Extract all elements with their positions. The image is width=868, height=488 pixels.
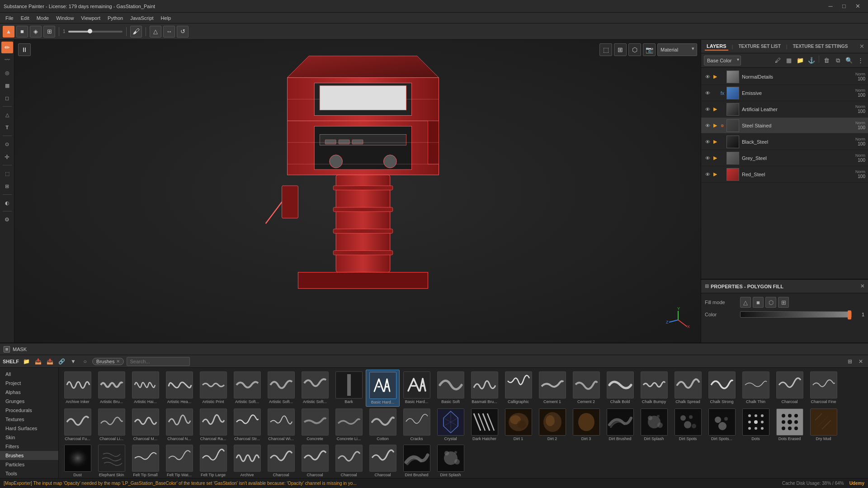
viewport-shading-btn[interactable]: ⬡	[628, 43, 641, 56]
layer-vis-red-steel[interactable]: 👁	[704, 171, 711, 178]
shelf-link-btn[interactable]: 🔗	[57, 357, 66, 366]
add-folder-btn[interactable]: 📁	[795, 56, 805, 66]
shelf-cat-grunges[interactable]: Grunges	[0, 397, 58, 406]
shelf-item-artistic-soft3[interactable]: Artistic Soft...	[298, 370, 332, 407]
shelf-popout-btn[interactable]: ⊞	[845, 357, 854, 366]
shelf-item-cracks[interactable]: Cracks	[400, 407, 434, 443]
search-layer-btn[interactable]: 🔍	[844, 56, 854, 66]
shelf-clear-btn[interactable]: ○	[80, 357, 90, 366]
menu-python[interactable]: Python	[104, 14, 127, 22]
shelf-item-elephant-skin[interactable]: Elephant Skin	[94, 443, 128, 478]
shelf-item-dirt-spots[interactable]: Dirt Spots	[671, 407, 705, 443]
shelf-item-chalk-strong[interactable]: Chalk Strong	[705, 370, 739, 407]
shelf-cat-procedurals[interactable]: Procedurals	[0, 406, 58, 415]
layer-vis-emissive[interactable]: 👁	[704, 89, 711, 97]
viewport-grid-btn[interactable]: ⊞	[614, 43, 627, 56]
shelf-item-dirt1[interactable]: Dirt 1	[501, 407, 535, 443]
layer-vis-black-steel[interactable]: 👁	[704, 138, 711, 145]
more-layer-btn[interactable]: ⋮	[855, 56, 865, 66]
menu-edit[interactable]: Edit	[17, 14, 33, 22]
layer-row-red-steel[interactable]: 👁 ▶ Red_Steel Norm 100	[701, 166, 868, 183]
layer-folder-grey-steel[interactable]: ▶	[712, 155, 718, 161]
tool-color[interactable]: ◐	[1, 197, 13, 209]
shelf-filter-btn[interactable]: ▼	[69, 357, 78, 366]
shelf-item-charcoal-wi[interactable]: Charcoal Wi...	[264, 407, 298, 443]
shelf-export-btn[interactable]: 📤	[45, 357, 54, 366]
shelf-item-basic-soft[interactable]: Basic Soft	[434, 370, 467, 407]
shelf-cat-alphas[interactable]: Alphas	[0, 388, 58, 397]
toolbar-fill-btn[interactable]: ■	[16, 26, 28, 38]
menu-javascript[interactable]: JavaScript	[127, 14, 157, 22]
shelf-cat-project[interactable]: Project	[0, 379, 58, 388]
viewport-mode-select[interactable]: Material Base Color Roughness Metallic N…	[657, 43, 697, 56]
shelf-item-artistic-hea[interactable]: Artistic Hea...	[162, 370, 196, 407]
add-paint-layer-btn[interactable]: 🖊	[773, 56, 783, 66]
shelf-item-charcoal-fu[interactable]: Charcoal Fu...	[61, 407, 94, 443]
shelf-item-basic-hard2[interactable]: Basic Hard...	[400, 370, 434, 407]
shelf-cat-particles[interactable]: Particles	[0, 460, 58, 469]
tool-clone[interactable]: ◎	[1, 67, 13, 79]
shelf-item-dark-hatcher[interactable]: Dark Hatcher	[467, 407, 501, 443]
shelf-add-folder-btn[interactable]: 📁	[22, 357, 31, 366]
shelf-item-felt-tip-wat[interactable]: Felt Tip Wat...	[162, 443, 196, 478]
base-color-dropdown[interactable]: Base Color Roughness Metallic	[704, 56, 741, 66]
shelf-item-archive-inker[interactable]: Archive Inker	[61, 370, 94, 407]
viewport-snapshot-btn[interactable]: 📷	[643, 43, 656, 56]
shelf-cat-brushes[interactable]: Brushes	[0, 451, 58, 460]
properties-close-btn[interactable]: ✕	[860, 283, 864, 289]
tool-eraser[interactable]: ◻	[1, 92, 13, 104]
tool-text[interactable]: T	[1, 122, 13, 133]
shelf-item-archive-r3[interactable]: Archive	[230, 443, 264, 478]
shelf-item-dint-splash[interactable]: Dint Splash	[434, 443, 467, 478]
layer-row-steel-stained[interactable]: 👁 ▶ ⊕ Steel Stained Norm 100	[701, 117, 868, 134]
shelf-item-dust[interactable]: Dust	[61, 443, 94, 478]
shelf-item-basic-hard1[interactable]: Basic Hard...	[366, 370, 400, 407]
maximize-button[interactable]: □	[837, 0, 851, 13]
shelf-item-artistic-hai[interactable]: Artistic Hai...	[128, 370, 162, 407]
tool-projection[interactable]: ⊞	[1, 180, 13, 192]
tool-move[interactable]: ✛	[1, 151, 13, 163]
shelf-cat-filters[interactable]: Filters	[0, 442, 58, 451]
dupe-layer-btn[interactable]: ⧉	[833, 56, 843, 66]
layer-vis-artificial-leather[interactable]: 👁	[704, 106, 711, 113]
shelf-item-chalk-spread[interactable]: Chalk Spread	[671, 370, 705, 407]
toolbar-rotate-btn[interactable]: ↺	[177, 26, 189, 38]
shelf-item-dirt-splash[interactable]: Dirt Splash	[637, 407, 671, 443]
prop-expand-btn[interactable]: ⊞	[705, 283, 709, 289]
shelf-item-charcoal-r3d[interactable]: Charcoal	[366, 443, 400, 478]
shelf-item-dint-brushed[interactable]: Dint Brushed	[400, 443, 434, 478]
tool-settings[interactable]: ⚙	[1, 214, 13, 225]
layer-row-artificial-leather[interactable]: 👁 ▶ Artificial Leather Norm 100	[701, 101, 868, 117]
color-gradient-bar[interactable]	[740, 311, 852, 318]
shelf-item-charcoal-str[interactable]: Charcoal Str...	[230, 407, 264, 443]
shelf-item-dots[interactable]: Dots	[739, 407, 773, 443]
fill-square-btn[interactable]: ■	[753, 297, 764, 308]
shelf-item-charcoal-ra[interactable]: Charcoal Ra...	[196, 407, 230, 443]
toolbar-flip-btn[interactable]: ↔	[163, 26, 175, 38]
fill-grid-btn[interactable]: ⊞	[778, 297, 789, 308]
add-fill-layer-btn[interactable]: ▦	[784, 56, 794, 66]
shelf-item-cotton[interactable]: Cotton	[366, 407, 400, 443]
menu-mode[interactable]: Mode	[33, 14, 53, 22]
toolbar-selection-btn[interactable]: ◈	[30, 26, 42, 38]
shelf-item-charcoal-m[interactable]: Charcoal M...	[128, 407, 162, 443]
shelf-item-charcoal[interactable]: Charcoal	[773, 370, 807, 407]
delete-layer-btn[interactable]: 🗑	[821, 56, 831, 66]
shelf-item-dirt-spots2[interactable]: Dirt Spots...	[705, 407, 739, 443]
shelf-item-crystal[interactable]: Crystal	[434, 407, 467, 443]
shelf-item-charcoal-r3a[interactable]: Charcoal	[264, 443, 298, 478]
layer-folder-black-steel[interactable]: ▶	[712, 139, 718, 145]
shelf-item-artistic-soft1[interactable]: Artistic Soft...	[230, 370, 264, 407]
shelf-item-artistic-print[interactable]: Artistic Print	[196, 370, 230, 407]
shelf-item-dirt3[interactable]: Dirt 3	[569, 407, 603, 443]
shelf-item-dry-mud[interactable]: Dry Mud	[807, 407, 840, 443]
layer-effects-emissive[interactable]: fx	[719, 90, 726, 96]
shelf-cat-hard-surfaces[interactable]: Hard Surfaces	[0, 424, 58, 433]
toolbar-paint-btn[interactable]: ▲	[3, 26, 14, 38]
layer-folder-steel-stained[interactable]: ▶	[712, 122, 718, 129]
shelf-item-charcoal-fine[interactable]: Charcoal Fine	[807, 370, 840, 407]
menu-window[interactable]: Window	[52, 14, 77, 22]
shelf-item-dirt2[interactable]: Dirt 2	[535, 407, 569, 443]
shelf-item-chalk-bold[interactable]: Chalk Bold	[603, 370, 637, 407]
shelf-item-dirt-brushed[interactable]: Dirt Brushed	[603, 407, 637, 443]
